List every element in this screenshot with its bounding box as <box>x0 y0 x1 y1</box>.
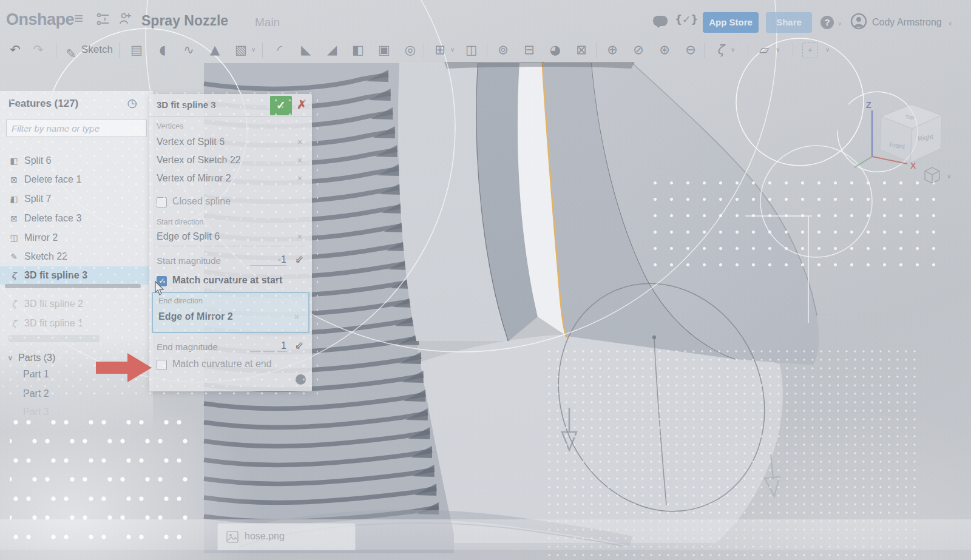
transform-icon[interactable]: ⊛ <box>654 39 675 60</box>
spline-feature-dialog: 3D fit spline 3 ✓ ✗ Vertices Vertex of S… <box>149 94 312 391</box>
pattern-icon[interactable]: ⊞ <box>430 39 450 60</box>
feature-item-split-7[interactable]: ◧ Split 7 <box>0 190 153 208</box>
undo-button[interactable]: ↶ <box>5 39 25 60</box>
help-button[interactable]: ? <box>820 16 834 29</box>
view-cube[interactable]: Front Right Top Z X ∨ <box>837 79 965 194</box>
selection-tool-icon[interactable]: + <box>802 42 818 58</box>
pencil-icon: ✎ <box>63 44 79 64</box>
chamfer-icon[interactable]: ◣ <box>296 39 316 60</box>
closed-spline-checkbox[interactable] <box>157 197 167 207</box>
pattern-caret-icon[interactable]: ∨ <box>450 46 455 53</box>
comment-icon[interactable] <box>653 16 668 26</box>
remove-icon[interactable]: × <box>297 169 302 187</box>
sketch-point[interactable] <box>652 336 656 339</box>
revolve-icon[interactable]: ◖ <box>152 39 173 60</box>
boolean-icon[interactable]: ⊚ <box>493 39 513 60</box>
flip-direction-icon[interactable]: ⇙ <box>295 339 303 351</box>
part-item-2[interactable]: Part 2 <box>0 385 153 403</box>
dialog-help-icon[interactable] <box>296 374 306 385</box>
remove-icon[interactable]: × <box>297 151 302 169</box>
feature-item-delete-face-1[interactable]: ⊠ Delete face 1 <box>0 170 153 189</box>
versions-icon[interactable] <box>96 12 110 27</box>
remove-icon[interactable]: × <box>294 308 299 326</box>
surface-caret-icon[interactable]: ∨ <box>776 46 780 53</box>
user-menu-caret-icon[interactable]: ∨ <box>948 20 952 27</box>
feature-item-3d-fit-spline-2[interactable]: ζ 3D fit spline 2 <box>0 295 153 313</box>
header: Onshape ≡ Spray Nozzle Main {✓} App Stor… <box>0 0 971 35</box>
delete-face-feature-icon: ⊠ <box>8 170 19 189</box>
spline-tool-icon[interactable]: ζ <box>710 39 731 60</box>
faded-feature-row <box>8 335 100 342</box>
modify-fillet-icon[interactable]: ◕ <box>545 39 566 60</box>
split-icon[interactable]: ⊟ <box>519 39 540 60</box>
delete-part-icon[interactable]: ⊘ <box>628 39 649 60</box>
share-button[interactable]: Share <box>766 12 812 33</box>
feature-item-split-6[interactable]: ◧ Split 6 <box>0 152 153 170</box>
hamburger-menu-icon[interactable]: ≡ <box>74 9 83 28</box>
end-direction-group: End direction Edge of Mirror 2 × <box>152 292 310 333</box>
vertices-label: Vertices <box>157 122 183 130</box>
feature-item-delete-face-3[interactable]: ⊠ Delete face 3 <box>0 209 153 228</box>
regeneration-time-icon[interactable]: ◷ <box>127 96 137 109</box>
features-panel-title: Features (127) <box>8 98 78 110</box>
feature-script-icon[interactable]: {✓} <box>675 13 698 25</box>
draft-icon[interactable]: ◢ <box>322 39 342 60</box>
isometric-view-icon[interactable] <box>925 167 939 183</box>
shell-icon[interactable]: ◧ <box>348 39 368 60</box>
mirror-feature-icon: ◫ <box>8 229 19 247</box>
view-cube-top-label: Top <box>905 114 915 120</box>
feature-item-sketch-22[interactable]: ✎ Sketch 22 <box>0 248 153 266</box>
match-end-checkbox[interactable] <box>157 360 167 370</box>
axis-x-label: X <box>910 161 916 170</box>
redo-button[interactable]: ↷ <box>28 39 49 60</box>
remove-icon[interactable]: × <box>297 228 302 246</box>
part-item-3[interactable]: Part 3 <box>0 403 153 421</box>
vertex-item[interactable]: Vertex of Split 6 × <box>157 133 305 151</box>
help-caret-icon[interactable]: ∨ <box>837 20 842 27</box>
workspace-name[interactable]: Main <box>255 16 280 29</box>
surface-tool-icon[interactable]: ▱ <box>754 39 774 60</box>
mouse-cursor <box>153 281 166 297</box>
vertex-item[interactable]: Vertex of Mirror 2 × <box>157 169 305 187</box>
follow-icon[interactable] <box>118 11 132 27</box>
app-store-button[interactable]: App Store <box>703 12 759 33</box>
user-name[interactable]: Cody Armstrong <box>872 17 942 28</box>
delete-face-feature-icon: ⊠ <box>8 209 19 228</box>
feature-filter-input[interactable] <box>6 119 147 137</box>
cancel-button[interactable]: ✗ <box>297 97 307 112</box>
rollback-bar[interactable] <box>5 284 141 288</box>
loft-icon[interactable]: ▲ <box>205 39 225 60</box>
view-menu-caret[interactable]: ∨ <box>947 173 951 180</box>
face-icon[interactable]: ▣ <box>374 39 394 60</box>
sweep-icon[interactable]: ∿ <box>178 39 199 60</box>
selection-caret-icon[interactable]: ∨ <box>825 46 830 53</box>
move-face-icon[interactable]: ⊕ <box>602 39 623 60</box>
hole-icon[interactable]: ◎ <box>400 39 421 60</box>
remove-icon[interactable]: × <box>297 133 302 151</box>
vertex-item[interactable]: Vertex of Sketch 22 × <box>157 151 305 169</box>
tab-hose-png[interactable]: hose.png <box>217 523 356 550</box>
feature-item-3d-fit-spline-3[interactable]: ζ 3D fit spline 3 <box>0 266 153 285</box>
axis-z-label: Z <box>866 100 871 110</box>
end-magnitude-input[interactable]: 1 <box>250 340 286 352</box>
user-avatar[interactable] <box>850 12 868 30</box>
start-direction-value[interactable]: Edge of Split 6 × <box>157 228 305 246</box>
end-magnitude-row: End magnitude 1 ⇙ <box>157 338 305 355</box>
thicken-icon[interactable]: ▧ <box>231 39 251 60</box>
feature-item-mirror-2[interactable]: ◫ Mirror 2 <box>0 229 153 247</box>
delete-face-icon[interactable]: ⊠ <box>571 39 592 60</box>
start-magnitude-input[interactable]: -1 <box>250 254 286 266</box>
tab-label: hose.png <box>245 531 285 542</box>
onshape-logo[interactable]: Onshape <box>6 10 74 29</box>
spline-feature-icon: ζ <box>8 266 19 285</box>
spline-caret-icon[interactable]: ∨ <box>731 46 735 53</box>
end-direction-value[interactable]: Edge of Mirror 2 × <box>158 308 302 326</box>
feature-item-3d-fit-spline-1[interactable]: ζ 3D fit spline 1 <box>0 314 153 332</box>
fillet-icon[interactable]: ◜ <box>269 39 290 60</box>
flip-direction-icon[interactable]: ⇙ <box>295 253 303 265</box>
confirm-button[interactable]: ✓ <box>270 96 292 115</box>
assign-material-icon[interactable]: ⊖ <box>680 39 701 60</box>
extrude-icon[interactable]: ▤ <box>126 39 147 60</box>
mirror-icon[interactable]: ◫ <box>461 39 482 60</box>
thicken-caret-icon[interactable]: ∨ <box>251 46 255 53</box>
